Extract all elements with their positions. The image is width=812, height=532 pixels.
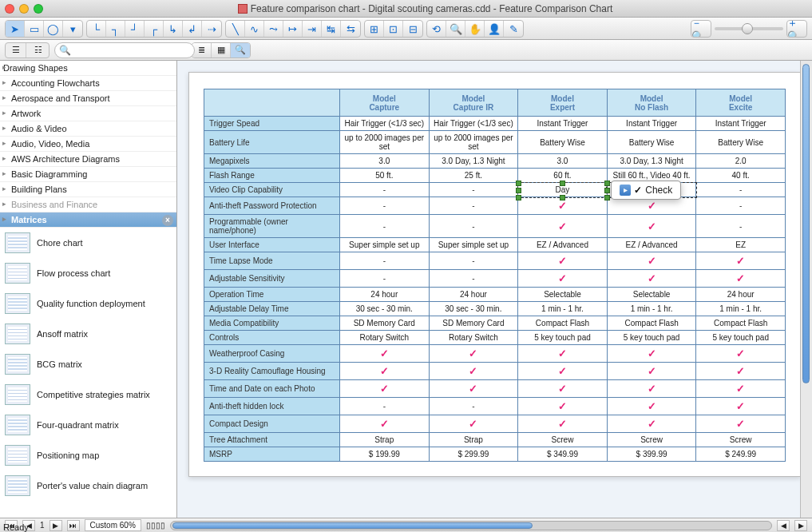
table-cell[interactable]: Hair Trigger (<1/3 sec) xyxy=(340,117,430,131)
table-cell[interactable]: Battery Wise xyxy=(518,131,608,154)
table-row[interactable]: User InterfaceSuper simple set upSuper s… xyxy=(204,238,786,252)
table-cell[interactable]: ✓ xyxy=(518,415,608,433)
sidebar-root[interactable]: Drawing Shapes xyxy=(0,61,176,76)
table-cell[interactable]: EZ xyxy=(696,238,786,252)
diagram-page[interactable]: ModelCaptureModelCapture IRModelExpertMo… xyxy=(188,72,801,477)
table-row[interactable]: Time Lapse Mode--✓✓✓ xyxy=(204,252,786,270)
table-row[interactable]: Anti-theft Password Protection--✓✓- xyxy=(204,197,786,215)
table-cell[interactable]: 1 min - 1 hr. xyxy=(696,302,786,316)
table-cell[interactable]: ✓ xyxy=(518,363,608,380)
table-cell[interactable]: 5 key touch pad xyxy=(518,331,608,345)
line-7[interactable]: ⇆ xyxy=(341,21,360,37)
table-cell[interactable]: ✓ xyxy=(340,363,430,380)
table-cell[interactable]: ✓ xyxy=(429,415,518,433)
pan-tool[interactable]: ✋ xyxy=(465,21,485,37)
line-4[interactable]: ↦ xyxy=(283,21,303,37)
connector-4[interactable]: ┌ xyxy=(145,21,164,37)
table-cell[interactable]: $ 249.99 xyxy=(696,447,786,462)
table-row[interactable]: Tree AttachmentStrapStrapScrewScrewScrew xyxy=(204,433,786,447)
table-cell[interactable]: ✓ xyxy=(607,345,696,363)
feature-table[interactable]: ModelCaptureModelCapture IRModelExpertMo… xyxy=(204,89,786,462)
zoom-icon[interactable] xyxy=(34,4,43,14)
table-cell[interactable]: ✓ xyxy=(696,252,786,270)
connector-7[interactable]: ⇢ xyxy=(202,21,221,37)
sidebar-item[interactable]: Ansoff matrix xyxy=(0,319,176,349)
table-cell[interactable]: 30 sec - 30 min. xyxy=(340,302,430,316)
table-cell[interactable]: 3.0 Day, 1.3 Night xyxy=(607,154,696,169)
table-cell[interactable]: ✓ xyxy=(340,345,430,363)
table-cell[interactable]: ✓ xyxy=(429,363,518,380)
mode-hier-icon[interactable]: ☷ xyxy=(28,43,49,58)
sidebar-category[interactable]: Aerospace and Transport xyxy=(0,91,176,106)
selection-handle[interactable] xyxy=(516,188,521,193)
table-cell[interactable]: Hair Trigger (<1/3 sec) xyxy=(429,117,518,131)
table-cell[interactable]: Compact Flash xyxy=(607,316,696,331)
close-category-icon[interactable]: × xyxy=(162,215,173,226)
table-cell[interactable]: ✓ xyxy=(607,380,696,398)
column-header[interactable]: ModelExpert xyxy=(518,89,608,117)
connector-1[interactable]: └ xyxy=(87,21,106,37)
sidebar-item[interactable]: BCG matrix xyxy=(0,349,176,379)
table-cell[interactable]: Instant Trigger xyxy=(518,117,608,131)
table-cell[interactable]: ✓ xyxy=(696,415,786,433)
selection-handle[interactable] xyxy=(516,195,521,200)
table-cell[interactable]: 3.0 xyxy=(518,154,608,169)
connector-2[interactable]: ┐ xyxy=(106,21,125,37)
table-cell[interactable]: 1 min - 1 hr. xyxy=(607,302,696,316)
table-cell[interactable]: 1 min - 1 hr. xyxy=(518,302,608,316)
column-header[interactable]: ModelExcite xyxy=(696,89,786,117)
layout-3[interactable]: ⊟ xyxy=(403,21,422,37)
user-tool[interactable]: 👤 xyxy=(485,21,504,37)
table-cell[interactable]: up to 2000 images per set xyxy=(429,131,518,154)
table-cell[interactable]: ✓ xyxy=(607,363,696,380)
table-cell[interactable]: EZ / Advanced xyxy=(607,238,696,252)
table-cell[interactable]: 5 key touch pad xyxy=(696,331,786,345)
table-cell[interactable]: Rotary Switch xyxy=(429,331,518,345)
table-row[interactable]: Programmable (owner name/phone)--✓✓- xyxy=(204,215,786,238)
table-cell[interactable]: Battery Wise xyxy=(696,131,786,154)
table-cell[interactable]: 3.0 xyxy=(340,154,430,169)
table-cell[interactable]: ✓ xyxy=(518,252,608,270)
connector-5[interactable]: ↳ xyxy=(164,21,183,37)
mode-list-icon[interactable]: ☰ xyxy=(6,43,26,58)
table-row[interactable]: 3-D Reality Camouflage Housing✓✓✓✓✓ xyxy=(204,363,786,380)
table-cell[interactable]: Compact Flash xyxy=(518,316,608,331)
table-cell[interactable]: 40 ft. xyxy=(696,169,786,183)
table-cell[interactable]: ✓ xyxy=(607,252,696,270)
line-1[interactable]: ╲ xyxy=(226,21,245,37)
table-cell[interactable]: ✓ xyxy=(607,415,696,433)
sidebar-category[interactable]: Basic Diagramming xyxy=(0,167,176,182)
horizontal-scrollbar[interactable] xyxy=(170,521,772,530)
table-cell[interactable]: - xyxy=(340,183,430,197)
table-row[interactable]: Flash Range50 ft.25 ft.60 ft.Still 60 ft… xyxy=(204,169,786,183)
table-cell[interactable]: Strap xyxy=(340,433,430,447)
view-search-icon[interactable]: 🔍 xyxy=(231,43,250,58)
ellipse-tool[interactable]: ◯ xyxy=(44,21,63,37)
zoom-field[interactable]: Custom 60% xyxy=(85,519,141,531)
dropdown-chevron-icon[interactable]: ▸ xyxy=(620,185,631,196)
table-cell[interactable]: 50 ft. xyxy=(340,169,430,183)
sidebar-item[interactable]: Chore chart xyxy=(0,228,176,258)
layout-1[interactable]: ⊞ xyxy=(365,21,384,37)
table-cell[interactable]: ✓ xyxy=(429,380,518,398)
table-row[interactable]: Megapixels3.03.0 Day, 1.3 Night3.03.0 Da… xyxy=(204,154,786,169)
sidebar-category[interactable]: Audio & Video xyxy=(0,121,176,137)
table-cell[interactable]: - xyxy=(429,252,518,270)
table-cell[interactable]: - xyxy=(696,197,786,215)
selection-handle[interactable] xyxy=(560,181,565,186)
last-page-button[interactable]: ⏭ xyxy=(67,520,80,531)
table-row[interactable]: Media CompatibilitySD Memory CardSD Memo… xyxy=(204,316,786,331)
cell-dropdown-popup[interactable]: ▸ ✓ Check xyxy=(611,181,681,200)
selection-handle[interactable] xyxy=(560,195,565,200)
zoom-slider-knob[interactable] xyxy=(742,23,753,34)
table-cell[interactable]: ✓ xyxy=(696,270,786,288)
minimize-icon[interactable] xyxy=(19,4,29,14)
more-shape-tool[interactable]: ▾ xyxy=(63,21,82,37)
table-cell[interactable]: 24 hour xyxy=(340,288,430,302)
vertical-scrollbar[interactable] xyxy=(800,61,812,518)
column-header[interactable]: ModelCapture xyxy=(340,89,430,117)
rect-tool[interactable]: ▭ xyxy=(25,21,44,37)
pages-thumb-icon[interactable]: ▯▯▯▯ xyxy=(146,521,165,530)
table-cell[interactable]: ✓ xyxy=(607,215,696,238)
table-cell[interactable]: 30 sec - 30 min. xyxy=(429,302,518,316)
